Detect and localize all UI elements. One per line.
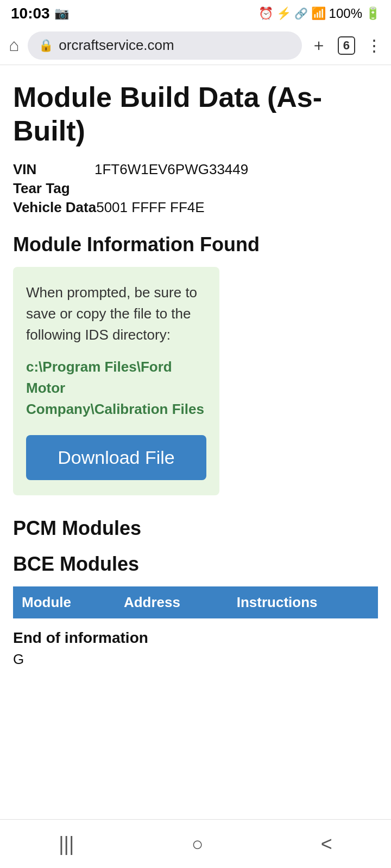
bluetooth-icon: ⚡ [276, 7, 291, 21]
time-display: 10:03 [11, 5, 50, 22]
status-icons: ⏰ ⚡ 🔗 📶 100% 🔋 [258, 6, 380, 21]
end-of-info-sub: G [13, 651, 378, 668]
recent-apps-button[interactable]: ||| [48, 827, 85, 861]
battery-icon: 🔋 [365, 7, 380, 21]
url-text: orcraftservice.com [59, 37, 174, 54]
alarm-icon: ⏰ [258, 7, 273, 21]
tear-tag-label: Tear Tag [13, 180, 94, 197]
vehicle-data-row: Vehicle Data 5001 FFFF FF4E [13, 199, 378, 216]
browser-actions: ＋ 6 ⋮ [311, 34, 382, 56]
download-file-button[interactable]: Download File [26, 435, 206, 480]
battery-percent: 100% [329, 6, 362, 21]
col-instructions: Instructions [228, 586, 378, 618]
lock-icon: 🔒 [39, 39, 53, 53]
browser-bar: ⌂ 🔒 orcraftservice.com ＋ 6 ⋮ [0, 26, 391, 65]
pcm-modules-section: PCM Modules [13, 517, 378, 540]
pcm-modules-heading: PCM Modules [13, 517, 378, 540]
bce-modules-section: BCE Modules Module Address Instructions … [13, 553, 378, 668]
signal-icon: 📶 [311, 7, 326, 21]
page-title: Module Build Data (As-Built) [13, 80, 378, 148]
back-button[interactable]: < [310, 827, 343, 861]
vehicle-data-value: 5001 FFFF FF4E [96, 199, 204, 216]
info-card: When prompted, be sure to save or copy t… [13, 267, 219, 495]
col-address: Address [115, 586, 228, 618]
vin-value: 1FT6W1EV6PWG33449 [94, 161, 248, 178]
module-info-heading: Module Information Found [13, 233, 378, 256]
add-tab-icon[interactable]: ＋ [311, 34, 327, 56]
status-time: 10:03 📷 [11, 5, 69, 22]
screenshot-icon: 📷 [54, 7, 69, 21]
vehicle-data-label: Vehicle Data [13, 199, 96, 216]
info-card-path: c:\Program Files\Ford Motor Company\Cali… [26, 356, 206, 420]
bce-modules-table: Module Address Instructions [13, 586, 378, 618]
home-button[interactable]: ○ [181, 827, 215, 861]
bottom-nav: ||| ○ < [0, 819, 391, 868]
page-content: Module Build Data (As-Built) VIN 1FT6W1E… [0, 65, 391, 726]
table-header-row: Module Address Instructions [13, 586, 378, 618]
info-card-text: When prompted, be sure to save or copy t… [26, 282, 206, 346]
vin-row: VIN 1FT6W1EV6PWG33449 [13, 161, 378, 178]
vin-label: VIN [13, 161, 94, 178]
wifi-icon: 🔗 [294, 7, 308, 20]
tear-tag-row: Tear Tag [13, 180, 378, 197]
tab-count[interactable]: 6 [338, 36, 355, 55]
status-bar: 10:03 📷 ⏰ ⚡ 🔗 📶 100% 🔋 [0, 0, 391, 26]
menu-icon[interactable]: ⋮ [366, 36, 382, 55]
col-module: Module [13, 586, 115, 618]
end-of-info-label: End of information [13, 629, 378, 647]
vehicle-info: VIN 1FT6W1EV6PWG33449 Tear Tag Vehicle D… [13, 161, 378, 216]
home-icon[interactable]: ⌂ [9, 35, 19, 55]
bce-modules-heading: BCE Modules [13, 553, 378, 576]
url-bar[interactable]: 🔒 orcraftservice.com [28, 31, 301, 60]
